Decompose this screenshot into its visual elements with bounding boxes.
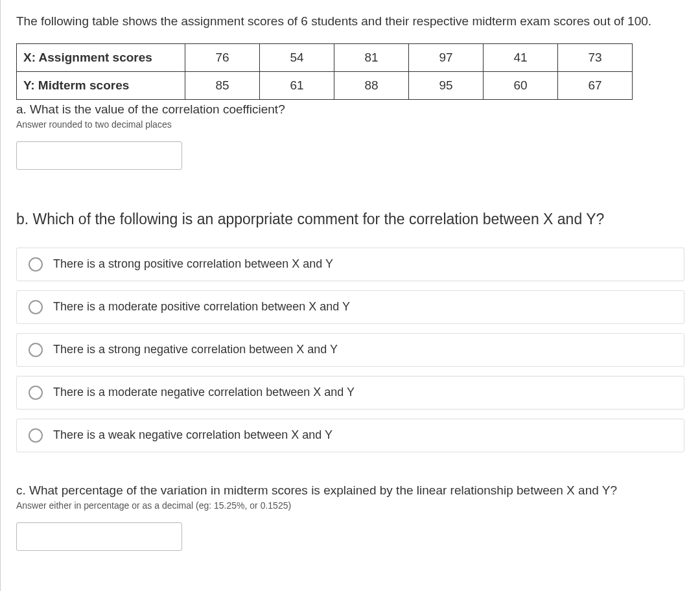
table-cell: 54 <box>260 43 334 71</box>
question-c-input[interactable] <box>16 522 182 551</box>
table-cell: 88 <box>334 71 409 99</box>
option-label: There is a moderate negative correlation… <box>53 386 355 399</box>
table-cell: 41 <box>484 43 558 71</box>
option-strong-positive[interactable]: There is a strong positive correlation b… <box>16 248 684 281</box>
question-a-hint: Answer rounded to two decimal places <box>16 119 684 130</box>
option-moderate-positive[interactable]: There is a moderate positive correlation… <box>16 290 684 324</box>
table-cell: 67 <box>558 71 633 99</box>
option-label: There is a weak negative correlation bet… <box>53 428 332 442</box>
option-strong-negative[interactable]: There is a strong negative correlation b… <box>16 333 684 367</box>
table-row: Y: Midterm scores 85 61 88 95 60 67 <box>17 71 633 99</box>
question-container: The following table shows the assignment… <box>0 0 700 591</box>
data-table: X: Assignment scores 76 54 81 97 41 73 Y… <box>16 43 633 100</box>
question-a-input[interactable] <box>16 141 182 170</box>
row-header: X: Assignment scores <box>17 43 185 71</box>
table-cell: 60 <box>484 71 558 99</box>
table-row: X: Assignment scores 76 54 81 97 41 73 <box>17 43 633 71</box>
option-weak-negative[interactable]: There is a weak negative correlation bet… <box>16 419 684 452</box>
option-label: There is a moderate positive correlation… <box>53 300 350 314</box>
option-moderate-negative[interactable]: There is a moderate negative correlation… <box>16 376 684 410</box>
table-cell: 95 <box>409 71 484 99</box>
table-cell: 73 <box>558 43 633 71</box>
table-cell: 61 <box>260 71 334 99</box>
table-cell: 76 <box>185 43 260 71</box>
question-b-prompt: b. Which of the following is an apporpri… <box>16 209 684 229</box>
intro-text: The following table shows the assignment… <box>16 13 684 30</box>
option-label: There is a strong negative correlation b… <box>53 343 338 356</box>
table-cell: 81 <box>334 43 409 71</box>
table-cell: 97 <box>409 43 484 71</box>
radio-icon <box>29 300 43 314</box>
question-c-hint: Answer either in percentage or as a deci… <box>16 500 684 511</box>
radio-icon <box>29 257 43 272</box>
radio-icon <box>29 343 43 357</box>
radio-icon <box>29 428 43 443</box>
table-cell: 85 <box>185 71 260 99</box>
question-c-prompt: c. What percentage of the variation in m… <box>16 483 684 498</box>
radio-icon <box>29 386 43 400</box>
option-label: There is a strong positive correlation b… <box>53 257 333 271</box>
question-a-prompt: a. What is the value of the correlation … <box>16 102 684 117</box>
row-header: Y: Midterm scores <box>17 71 185 99</box>
